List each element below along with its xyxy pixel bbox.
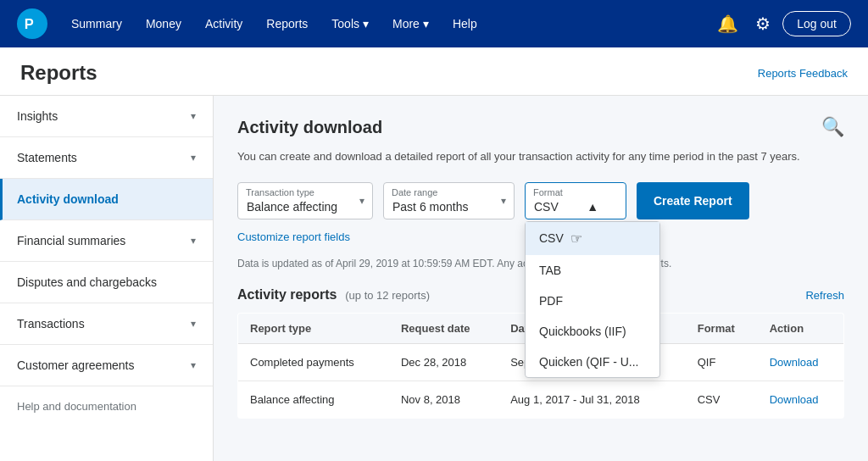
sidebar-help-link[interactable]: Help and documentation xyxy=(0,386,213,426)
sidebar-item-transactions[interactable]: Transactions ▾ xyxy=(0,303,213,345)
financial-summaries-chevron-icon: ▾ xyxy=(191,235,196,247)
content-area: Insights ▾ Statements ▾ Activity downloa… xyxy=(0,96,868,461)
statements-chevron-icon: ▾ xyxy=(191,152,196,164)
format-dropdown: CSV TAB PDF Quickbooks (IIF) xyxy=(525,221,660,378)
sidebar-item-financial-summaries[interactable]: Financial summaries ▾ xyxy=(0,220,213,262)
settings-gear-icon[interactable]: ⚙ xyxy=(750,8,776,39)
sidebar-item-disputes[interactable]: Disputes and chargebacks xyxy=(0,262,213,303)
row1-action: Download xyxy=(758,344,844,381)
insights-chevron-icon: ▾ xyxy=(191,110,196,122)
col-action: Action xyxy=(758,314,844,344)
more-chevron-icon: ▾ xyxy=(423,17,429,31)
col-format: Format xyxy=(686,314,758,344)
row2-request-date: Nov 8, 2018 xyxy=(389,381,498,419)
row1-format: QIF xyxy=(686,344,758,381)
nav-reports[interactable]: Reports xyxy=(256,10,318,37)
page-title: Reports xyxy=(20,61,97,95)
cursor-pointer-icon xyxy=(570,230,582,247)
row1-request-date: Dec 28, 2018 xyxy=(389,344,498,381)
nav-activity[interactable]: Activity xyxy=(195,10,253,37)
row2-download-link[interactable]: Download xyxy=(770,393,819,406)
nav-summary[interactable]: Summary xyxy=(61,10,132,37)
refresh-link[interactable]: Refresh xyxy=(805,289,844,302)
format-option-csv-label: CSV xyxy=(539,231,564,245)
date-range-select-wrapper: Past 6 months Past 30 days Custom range … xyxy=(383,182,515,219)
format-option-pdf-label: PDF xyxy=(539,294,563,308)
page-wrapper: Reports Reports Feedback Insights ▾ Stat… xyxy=(0,47,868,461)
nav-more[interactable]: More ▾ xyxy=(382,10,439,37)
row1-download-link[interactable]: Download xyxy=(770,356,819,369)
description-text: You can create and download a detailed r… xyxy=(237,148,844,165)
format-group: Format CSV ▲ CSV xyxy=(525,182,626,219)
nav-tools[interactable]: Tools ▾ xyxy=(321,10,379,37)
col-request-date: Request date xyxy=(389,314,498,344)
row2-report-type: Balance affecting xyxy=(238,381,389,419)
notifications-bell-icon[interactable]: 🔔 xyxy=(712,8,743,39)
svg-text:P: P xyxy=(25,16,34,31)
col-report-type: Report type xyxy=(238,314,389,344)
row1-report-type: Completed payments xyxy=(238,344,389,381)
reports-feedback-link[interactable]: Reports Feedback xyxy=(758,67,848,90)
logout-button[interactable]: Log out xyxy=(782,11,851,36)
page-header: Reports Reports Feedback xyxy=(0,47,868,96)
format-option-pdf[interactable]: PDF xyxy=(526,286,659,316)
format-option-quicken-label: Quicken (QIF - U... xyxy=(539,355,638,369)
sidebar: Insights ▾ Statements ▾ Activity downloa… xyxy=(0,96,214,461)
sidebar-item-insights[interactable]: Insights ▾ xyxy=(0,96,213,137)
nav-money[interactable]: Money xyxy=(136,10,192,37)
format-option-quickbooks[interactable]: Quickbooks (IIF) xyxy=(526,316,659,347)
sidebar-item-activity-download[interactable]: Activity download xyxy=(0,179,213,220)
date-range-select[interactable]: Past 6 months Past 30 days Custom range xyxy=(383,182,515,219)
main-content: Activity download 🔍 You can create and d… xyxy=(214,96,868,461)
filter-row: Transaction type Balance affecting All t… xyxy=(237,182,844,219)
activity-reports-title: Activity reports xyxy=(237,287,337,302)
format-select-display[interactable]: CSV ▲ xyxy=(525,182,626,219)
format-option-quickbooks-label: Quickbooks (IIF) xyxy=(539,325,626,338)
nav-help[interactable]: Help xyxy=(442,10,487,37)
top-navigation: P Summary Money Activity Reports Tools ▾… xyxy=(0,0,868,47)
transaction-type-select-wrapper: Balance affecting All transactions ▾ xyxy=(237,182,373,219)
search-icon-button[interactable]: 🔍 xyxy=(821,116,844,138)
activity-download-section: Activity download 🔍 xyxy=(237,116,844,138)
format-option-csv[interactable]: CSV xyxy=(526,222,659,255)
transaction-type-select[interactable]: Balance affecting All transactions xyxy=(237,182,373,219)
row2-date-range: Aug 1, 2017 - Jul 31, 2018 xyxy=(498,381,686,419)
row2-format: CSV xyxy=(686,381,758,419)
transaction-type-group: Transaction type Balance affecting All t… xyxy=(237,182,373,219)
create-report-button[interactable]: Create Report xyxy=(637,182,749,219)
row2-action: Download xyxy=(758,381,844,419)
activity-download-title: Activity download xyxy=(237,118,382,137)
customize-report-fields-link[interactable]: Customize report fields xyxy=(237,230,350,243)
customer-agreements-chevron-icon: ▾ xyxy=(191,359,196,371)
sidebar-item-statements[interactable]: Statements ▾ xyxy=(0,137,213,179)
table-row: Balance affecting Nov 8, 2018 Aug 1, 201… xyxy=(238,381,844,419)
format-chevron-icon: ▲ xyxy=(587,200,598,214)
nav-actions: 🔔 ⚙ Log out xyxy=(712,8,851,39)
format-value: CSV xyxy=(534,200,559,214)
format-option-quicken[interactable]: Quicken (QIF - U... xyxy=(526,347,659,377)
format-select-wrapper: CSV ▲ CSV TAB xyxy=(525,182,626,219)
sidebar-item-customer-agreements[interactable]: Customer agreements ▾ xyxy=(0,345,213,386)
format-option-tab-label: TAB xyxy=(539,264,561,277)
activity-reports-subtitle: (up to 12 reports) xyxy=(345,289,430,302)
transactions-chevron-icon: ▾ xyxy=(191,318,196,330)
date-range-group: Date range Past 6 months Past 30 days Cu… xyxy=(383,182,515,219)
format-option-tab[interactable]: TAB xyxy=(526,255,659,286)
paypal-logo: P xyxy=(17,8,47,39)
activity-reports-title-group: Activity reports (up to 12 reports) xyxy=(237,287,430,303)
tools-chevron-icon: ▾ xyxy=(363,17,369,31)
